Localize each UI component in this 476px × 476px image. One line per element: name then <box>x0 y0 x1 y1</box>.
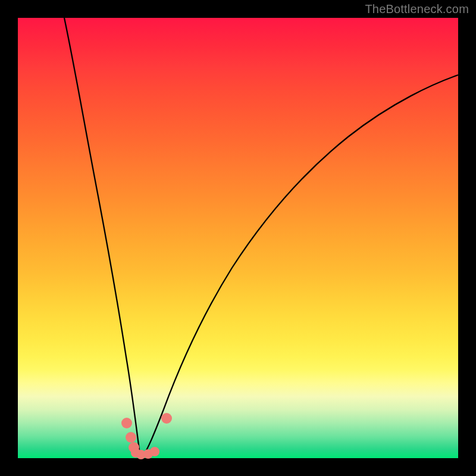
bottleneck-curve <box>18 18 458 458</box>
curve-marker <box>150 447 159 456</box>
curve-right <box>140 75 458 458</box>
watermark: TheBottleneck.com <box>365 2 469 16</box>
chart-frame: TheBottleneck.com <box>0 0 476 476</box>
curve-left <box>64 18 140 458</box>
curve-marker <box>121 418 132 428</box>
plot-area <box>18 18 458 458</box>
curve-marker <box>126 432 136 443</box>
curve-marker <box>161 413 172 424</box>
